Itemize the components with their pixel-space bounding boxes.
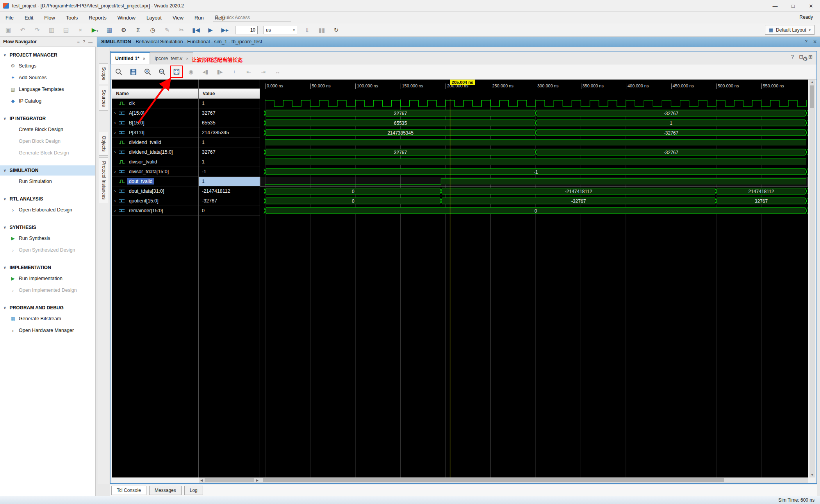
minimize-button[interactable]: —: [766, 0, 784, 12]
signal-value-p-31-0[interactable]: 2147385345: [199, 128, 260, 138]
value-column-scrollbar[interactable]: ◀ ▶: [199, 477, 260, 483]
signal-name-dout-tdata-31-0[interactable]: ›dout_tdata[31:0]: [112, 186, 199, 196]
wave-settings-icon[interactable]: ⚙: [803, 55, 808, 62]
zoom-out-icon[interactable]: [158, 67, 166, 76]
signal-value-dividend-tvalid[interactable]: 1: [199, 138, 260, 147]
side-tab-objects[interactable]: Objects: [99, 132, 108, 156]
expand-icon[interactable]: ›: [112, 110, 118, 116]
fn-collapse-icon[interactable]: —: [88, 39, 93, 44]
scroll-left-icon[interactable]: ◀: [199, 479, 204, 482]
maximize-window-icon[interactable]: ⊞: [808, 54, 813, 60]
expand-icon[interactable]: ›: [112, 169, 118, 174]
tab-ipcore-test-v[interactable]: ipcore_test.v×: [150, 52, 193, 64]
zoom-to-cursor-icon[interactable]: ◉: [187, 67, 195, 76]
fn-section-synthesis[interactable]: ∨SYNTHESIS: [0, 222, 95, 232]
find-icon[interactable]: [114, 67, 123, 76]
zoom-in-icon[interactable]: [143, 67, 152, 76]
menu-reports[interactable]: Reports: [89, 15, 107, 21]
fn-section-ip-integrator[interactable]: ∨IP INTEGRATOR: [0, 114, 95, 124]
fn-section-project-manager[interactable]: ∨PROJECT MANAGER: [0, 50, 95, 60]
delete-icon[interactable]: ×: [76, 27, 85, 33]
waveform-canvas[interactable]: 32767-327676553512147385345-3276732767-3…: [260, 99, 808, 477]
menu-layout[interactable]: Layout: [146, 15, 162, 21]
time-unit-select[interactable]: us▾: [264, 26, 297, 34]
go-to-time-zero-icon[interactable]: ⇤: [244, 67, 253, 76]
signal-name-p-31-0[interactable]: ›P[31:0]: [112, 128, 199, 138]
maximize-button[interactable]: □: [784, 0, 802, 12]
expand-icon[interactable]: ›: [112, 188, 118, 194]
fn-section-program-and-debug[interactable]: ∨PROGRAM AND DEBUG: [0, 303, 95, 313]
name-value-divider[interactable]: [198, 80, 199, 477]
fn-item-generate-bitstream[interactable]: ▦Generate Bitstream: [0, 313, 95, 325]
signal-value-dividend-tdata-15-0[interactable]: 32767: [199, 147, 260, 157]
menu-flow[interactable]: Flow: [44, 15, 55, 21]
signal-value-divisor-tvalid[interactable]: 1: [199, 157, 260, 167]
signal-name-a-15-0[interactable]: ›A[15:0]: [112, 108, 199, 118]
signal-value-b-15-0[interactable]: 65535: [199, 118, 260, 128]
relaunch-simulation-icon[interactable]: ↻: [332, 27, 340, 34]
expand-icon[interactable]: ›: [112, 198, 118, 204]
wave-horizontal-scrollbar[interactable]: [260, 477, 808, 483]
break-icon[interactable]: ▮▮: [317, 27, 326, 34]
open-hardware-icon[interactable]: ▣: [4, 27, 12, 34]
timing-icon[interactable]: ◷: [148, 27, 157, 34]
go-to-last-time-icon[interactable]: ⇥: [259, 67, 267, 76]
signal-value-dout-tdata-31-0[interactable]: -2147418112: [199, 186, 260, 196]
signal-name-remainder-15-0[interactable]: ›remainder[15:0]: [112, 206, 199, 216]
time-ruler[interactable]: 205.004 ns 0.000 ns50.000 ns100.000 ns15…: [260, 80, 808, 99]
report-summary-icon[interactable]: Σ: [134, 27, 143, 33]
fn-item-run-synthesis[interactable]: ▶Run Synthesis: [0, 232, 95, 244]
copy-icon[interactable]: ▥: [47, 27, 56, 34]
redo-icon[interactable]: ↷: [33, 27, 41, 34]
fn-item-language-templates[interactable]: ▤Language Templates: [0, 83, 95, 95]
settings-icon[interactable]: ⚙: [119, 27, 128, 34]
side-tab-scope[interactable]: Scope: [99, 63, 108, 84]
signal-name-clk[interactable]: clk: [112, 99, 199, 108]
banner-help-icon[interactable]: ?: [805, 39, 808, 44]
fn-item-ip-catalog[interactable]: ◆IP Catalog: [0, 95, 95, 107]
expand-icon[interactable]: ›: [112, 149, 118, 155]
close-icon[interactable]: ×: [143, 56, 145, 61]
wave-help-icon[interactable]: ?: [791, 54, 794, 60]
swap-cursors-icon[interactable]: ↔: [273, 67, 282, 76]
name-column-header[interactable]: Name: [112, 91, 199, 96]
fn-menu-icon[interactable]: ≡: [77, 39, 79, 44]
side-tab-protocol-instances[interactable]: Protocol Instances: [99, 157, 108, 204]
previous-transition-icon[interactable]: ◂▮: [201, 67, 210, 76]
scroll-thumb[interactable]: [205, 478, 254, 482]
console-tab-tcl-console[interactable]: Tcl Console: [111, 486, 146, 495]
dashboard-icon[interactable]: ▦: [105, 27, 114, 34]
fn-item-open-elaborated-design[interactable]: ›Open Elaborated Design: [0, 204, 95, 216]
menu-window[interactable]: Window: [118, 15, 135, 21]
close-button[interactable]: ✕: [802, 0, 820, 12]
wave-vscroll-thumb[interactable]: [810, 85, 814, 108]
expand-icon[interactable]: ›: [112, 130, 118, 135]
wave-vertical-scrollbar[interactable]: ▲ ▼: [809, 80, 815, 477]
scroll-right-icon[interactable]: ▶: [255, 479, 260, 482]
signal-name-dividend-tdata-15-0[interactable]: ›dividend_tdata[15:0]: [112, 147, 199, 157]
probe-icon[interactable]: ✂: [177, 27, 186, 34]
run-icon[interactable]: ▶▾: [91, 27, 99, 34]
fn-item-create-block-design[interactable]: Create Block Design: [0, 124, 95, 135]
signal-value-remainder-15-0[interactable]: 0: [199, 206, 260, 216]
signal-name-dout-tvalid[interactable]: dout_tvalid: [112, 177, 199, 186]
edit-icon[interactable]: ✎: [163, 27, 171, 34]
signal-name-divisor-tdata-15-0[interactable]: ›divisor_tdata[15:0]: [112, 167, 199, 177]
zoom-fit-icon[interactable]: [172, 67, 181, 76]
expand-icon[interactable]: ›: [112, 208, 118, 213]
quick-access-search[interactable]: [213, 13, 291, 22]
run-dropdown-icon[interactable]: ▾: [96, 29, 98, 33]
wave-hscroll-thumb[interactable]: [263, 478, 724, 482]
signal-name-b-15-0[interactable]: ›B[15:0]: [112, 118, 199, 128]
restart-simulation-icon[interactable]: ▮◀: [192, 27, 200, 34]
scroll-down-icon[interactable]: ▼: [809, 472, 815, 477]
menu-edit[interactable]: Edit: [25, 15, 33, 21]
side-tab-sources[interactable]: Sources: [99, 86, 108, 111]
value-wave-divider[interactable]: [260, 80, 260, 477]
menu-file[interactable]: File: [5, 15, 14, 21]
expand-icon[interactable]: ›: [112, 120, 118, 126]
console-tab-messages[interactable]: Messages: [149, 486, 182, 495]
fn-item-settings[interactable]: ⚙Settings: [0, 60, 95, 72]
layout-selector[interactable]: ▦Default Layout▾: [765, 25, 815, 35]
run-all-icon[interactable]: ▶: [206, 27, 215, 34]
